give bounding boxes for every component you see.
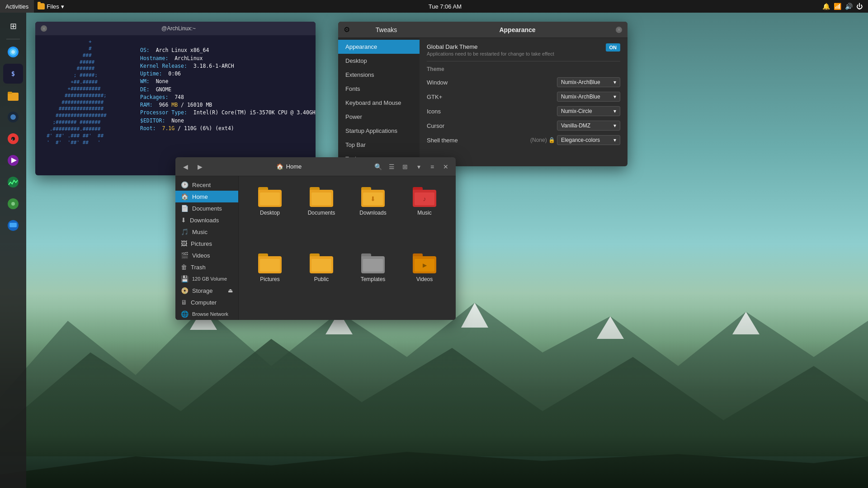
icons-theme-label: Icons xyxy=(427,108,441,115)
app-name-label: Files xyxy=(47,3,59,10)
file-item-music[interactable]: ♪ Music xyxy=(401,183,448,246)
gtk-theme-dropdown[interactable]: Numix-ArchBlue ▾ xyxy=(557,92,620,102)
templates-folder-icon xyxy=(361,253,385,273)
global-dark-toggle[interactable]: ON xyxy=(606,43,621,52)
tweaks-body: Appearance Desktop Extensions Fonts Keyb… xyxy=(338,38,627,166)
shell-theme-dropdown[interactable]: Elegance-colors ▾ xyxy=(557,135,620,145)
downloads-icon: ⬇ xyxy=(181,216,186,224)
sidebar-item-network[interactable]: 🌐 Browse Network xyxy=(175,308,238,320)
tweaks-window-title: Tweaks xyxy=(354,26,419,33)
documents-folder-icon xyxy=(310,187,333,207)
tweaks-nav-power[interactable]: Power xyxy=(338,110,420,124)
cursor-theme-row: Cursor Vanilla-DMZ ▾ xyxy=(427,118,620,133)
files-grid-view-button[interactable]: ⊞ xyxy=(399,160,411,173)
files-list-view-button[interactable]: ☰ xyxy=(385,160,398,173)
sidebar-item-home[interactable]: 🏠 Home xyxy=(175,191,238,202)
tweaks-nav-topbar[interactable]: Top Bar xyxy=(338,138,420,152)
files-forward-button[interactable]: ▶ xyxy=(193,160,206,173)
sidebar-item-storage[interactable]: 📀 Storage ⏏ xyxy=(175,285,238,296)
files-close-button[interactable]: ✕ xyxy=(439,160,452,173)
activities-button[interactable]: Activities xyxy=(0,0,34,13)
dock-item-terminal[interactable]: $ xyxy=(3,64,23,84)
tweaks-nav-extensions[interactable]: Extensions xyxy=(338,68,420,82)
power-icon[interactable]: ⏻ xyxy=(856,3,863,10)
files-sort-button[interactable]: ▾ xyxy=(412,160,425,173)
tweaks-nav-appearance[interactable]: Appearance xyxy=(338,40,420,54)
chevron-down-icon: ▾ xyxy=(613,79,616,85)
network-icon[interactable]: 📶 xyxy=(834,3,841,10)
storage-icon: 📀 xyxy=(181,287,189,294)
chevron-down-icon-5: ▾ xyxy=(613,137,616,143)
volume-drive-icon: 💾 xyxy=(181,275,189,282)
theme-section-label: Theme xyxy=(427,66,620,72)
sidebar-label-storage: Storage xyxy=(192,287,213,294)
shell-theme-value: Elegance-colors xyxy=(561,137,600,143)
templates-folder-label: Templates xyxy=(361,276,386,282)
sidebar-item-computer[interactable]: 🖥 Computer xyxy=(175,296,238,308)
pictures-folder-label: Pictures xyxy=(260,276,279,282)
tweaks-close-button[interactable]: ✕ xyxy=(616,27,622,33)
sidebar-item-music[interactable]: 🎵 Music xyxy=(175,226,238,238)
svg-rect-14 xyxy=(8,92,12,94)
sidebar-item-trash[interactable]: 🗑 Trash xyxy=(175,261,238,273)
sidebar-item-volume[interactable]: 💾 120 GB Volume xyxy=(175,273,238,285)
window-theme-value: Numix-ArchBlue xyxy=(561,79,600,85)
notification-icon[interactable]: 🔔 xyxy=(822,3,830,10)
files-search-button[interactable]: 🔍 xyxy=(372,160,384,173)
terminal-window: ✕ @ArchLinux:~ + # ### ##### ###### ; ##… xyxy=(35,22,316,175)
shell-dropdown-group: (None) 🔒 Elegance-colors ▾ xyxy=(530,135,620,145)
tweaks-nav-desktop[interactable]: Desktop xyxy=(338,54,420,68)
app-name-button[interactable]: Files ▾ xyxy=(34,0,67,13)
sidebar-item-downloads[interactable]: ⬇ Downloads xyxy=(175,214,238,226)
file-item-downloads[interactable]: ⬇ Downloads xyxy=(349,183,397,246)
tweaks-nav-keyboard[interactable]: Keyboard and Mouse xyxy=(338,96,420,110)
recent-icon: 🕐 xyxy=(181,181,189,188)
file-item-templates[interactable]: Templates xyxy=(349,250,397,313)
terminal-content[interactable]: + # ### ##### ###### ; #####; +##.##### … xyxy=(35,35,316,175)
file-item-videos[interactable]: ▶ Videos xyxy=(401,250,448,313)
file-item-desktop[interactable]: Desktop xyxy=(246,183,294,246)
dock-item-chat[interactable] xyxy=(3,216,23,235)
file-item-pictures[interactable]: Pictures xyxy=(246,250,294,313)
files-main: Desktop Documents ⬇ Downloads xyxy=(239,176,456,320)
icons-theme-value: Numix-Circle xyxy=(561,108,592,114)
sidebar-item-videos[interactable]: 🎬 Videos xyxy=(175,249,238,261)
eject-icon: ⏏ xyxy=(228,287,233,294)
dock-item-steam[interactable] xyxy=(3,107,23,127)
file-item-documents[interactable]: Documents xyxy=(297,183,345,246)
dock-item-settings[interactable] xyxy=(3,194,23,214)
tweaks-nav-startup[interactable]: Startup Applications xyxy=(338,124,420,138)
tweaks-nav-fonts[interactable]: Fonts xyxy=(338,82,420,96)
terminal-close-button[interactable]: ✕ xyxy=(41,25,47,32)
dock-item-files[interactable] xyxy=(3,85,23,105)
dock-item-media[interactable] xyxy=(3,150,23,170)
desktop-folder-label: Desktop xyxy=(260,210,280,216)
sidebar-item-pictures[interactable]: 🖼 Pictures xyxy=(175,238,238,249)
dock-item-monitor[interactable] xyxy=(3,172,23,192)
sidebar-item-documents[interactable]: 📄 Documents xyxy=(175,202,238,214)
files-title: Home xyxy=(286,163,302,170)
cursor-theme-dropdown[interactable]: Vanilla-DMZ ▾ xyxy=(557,121,620,131)
file-item-public[interactable]: Public xyxy=(297,250,345,313)
svg-point-16 xyxy=(10,114,16,120)
volume-icon[interactable]: 🔊 xyxy=(845,3,853,10)
music-icon: 🎵 xyxy=(181,228,189,235)
terminal-titlebar: ✕ @ArchLinux:~ xyxy=(35,22,316,35)
icons-theme-dropdown[interactable]: Numix-Circle ▾ xyxy=(557,106,620,116)
activities-label: Activities xyxy=(5,3,28,10)
dock-item-appgrid[interactable]: ⊞ xyxy=(3,16,23,36)
files-menu-button[interactable]: ≡ xyxy=(426,160,439,173)
files-back-button[interactable]: ◀ xyxy=(179,160,192,173)
files-body: 🕐 Recent 🏠 Home 📄 Documents ⬇ Downloads … xyxy=(175,176,456,320)
window-theme-dropdown[interactable]: Numix-ArchBlue ▾ xyxy=(557,77,620,87)
shell-theme-label: Shell theme xyxy=(427,137,458,144)
sidebar-label-pictures: Pictures xyxy=(191,240,212,247)
computer-icon: 🖥 xyxy=(181,299,187,306)
svg-point-24 xyxy=(11,202,15,206)
dock-item-browser[interactable] xyxy=(3,42,23,62)
sidebar-item-recent[interactable]: 🕐 Recent xyxy=(175,179,238,191)
tweaks-section-title: Appearance xyxy=(485,26,550,33)
icons-theme-row: Icons Numix-Circle ▾ xyxy=(427,104,620,118)
dock-item-music[interactable]: ♪ xyxy=(3,129,23,149)
public-folder-label: Public xyxy=(314,276,329,282)
